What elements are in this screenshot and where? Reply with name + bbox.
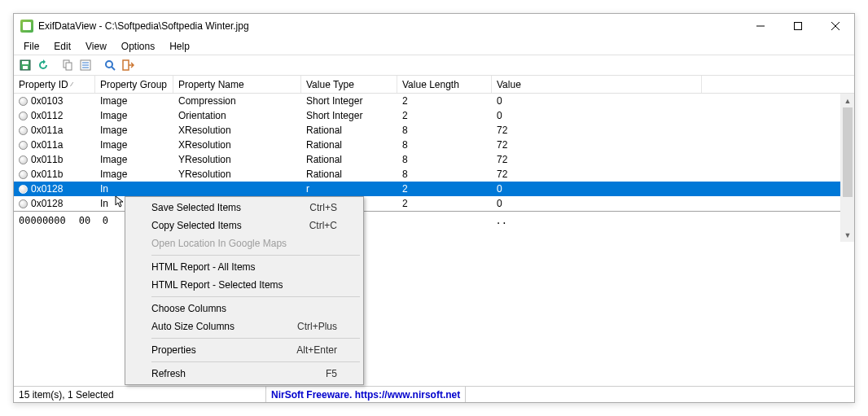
close-button[interactable] (817, 14, 854, 38)
ctx-separator (151, 361, 360, 362)
grid-header: Property ID∕ Property Group Property Nam… (14, 76, 854, 94)
row-icon (19, 112, 28, 120)
ctx-html-selected[interactable]: HTML Report - Selected Items (127, 276, 362, 294)
ctx-auto-size-columns[interactable]: Auto Size ColumnsCtrl+Plus (127, 317, 362, 335)
row-icon (19, 97, 28, 106)
status-link[interactable]: NirSoft Freeware. https://www.nirsoft.ne… (266, 387, 466, 402)
menu-edit[interactable]: Edit (47, 39, 77, 54)
menu-file[interactable]: File (17, 39, 46, 54)
refresh-icon[interactable] (35, 57, 51, 73)
status-count: 15 item(s), 1 Selected (14, 387, 266, 402)
vertical-scrollbar[interactable]: ▲ ▼ (840, 94, 854, 242)
ctx-open-maps: Open Location In Google Maps (127, 234, 362, 252)
titlebar: ExifDataView - C:\Softpedia\Softpedia Wi… (14, 14, 854, 38)
row-icon (19, 155, 28, 164)
properties-icon[interactable] (77, 57, 94, 73)
save-icon[interactable] (17, 57, 33, 73)
row-icon (19, 126, 28, 135)
menu-help[interactable]: Help (163, 39, 196, 54)
copy-icon[interactable] (59, 57, 76, 73)
scroll-up-icon[interactable]: ▲ (841, 94, 854, 107)
row-icon (19, 141, 28, 150)
svg-rect-6 (23, 66, 28, 69)
hex-bytes: 00 0 (79, 215, 108, 347)
ctx-html-all[interactable]: HTML Report - All Items (127, 258, 362, 276)
table-row[interactable]: 0x0128Inr20 (14, 182, 854, 196)
table-row[interactable]: 0x011aImageXResolutionRational872 (14, 138, 854, 152)
col-value[interactable]: Value (492, 76, 702, 93)
sort-indicator-icon: ∕ (72, 81, 72, 88)
col-value-type[interactable]: Value Type (301, 76, 397, 93)
menu-view[interactable]: View (79, 39, 113, 54)
maximize-button[interactable] (779, 14, 817, 38)
window-title: ExifDataView - C:\Softpedia\Softpedia Wi… (38, 20, 249, 32)
table-row[interactable]: 0x011bImageYResolutionRational872 (14, 167, 854, 182)
svg-rect-8 (66, 63, 72, 70)
col-property-group[interactable]: Property Group (95, 76, 173, 93)
ctx-separator (151, 338, 360, 339)
table-row[interactable]: 0x011aImageXResolutionRational872 (14, 123, 854, 138)
hex-ascii: .. (496, 215, 507, 347)
toolbar (14, 55, 854, 76)
app-icon (20, 20, 33, 33)
statusbar: 15 item(s), 1 Selected NirSoft Freeware.… (14, 386, 854, 402)
ctx-separator (151, 255, 360, 256)
ctx-refresh[interactable]: RefreshF5 (127, 365, 362, 383)
svg-rect-5 (22, 61, 28, 64)
find-icon[interactable] (102, 57, 118, 73)
ctx-choose-columns[interactable]: Choose Columns (127, 300, 362, 317)
ctx-save-selected[interactable]: Save Selected ItemsCtrl+S (127, 199, 362, 217)
svg-rect-15 (123, 60, 129, 70)
col-value-length[interactable]: Value Length (397, 76, 492, 93)
row-icon (19, 170, 28, 179)
scroll-down-icon[interactable]: ▼ (841, 228, 854, 242)
context-menu: Save Selected ItemsCtrl+S Copy Selected … (125, 196, 364, 385)
ctx-separator (151, 296, 360, 297)
scrollbar-thumb[interactable] (843, 107, 853, 197)
grid-body[interactable]: 0x0103ImageCompressionShort Integer200x0… (14, 94, 854, 211)
exit-icon[interactable] (120, 57, 136, 73)
ctx-copy-selected[interactable]: Copy Selected ItemsCtrl+C (127, 217, 362, 234)
col-property-id[interactable]: Property ID∕ (14, 76, 95, 93)
svg-line-14 (112, 67, 115, 70)
table-row[interactable]: 0x0103ImageCompressionShort Integer20 (14, 94, 854, 108)
table-row[interactable]: 0x0112ImageOrientationShort Integer20 (14, 108, 854, 123)
menubar: File Edit View Options Help (14, 38, 854, 55)
svg-point-13 (106, 61, 112, 68)
ctx-properties[interactable]: PropertiesAlt+Enter (127, 341, 362, 359)
minimize-button[interactable] (742, 14, 779, 38)
hex-offset: 00000000 (19, 215, 66, 347)
row-icon (19, 199, 28, 208)
col-property-name[interactable]: Property Name (173, 76, 301, 93)
table-row[interactable]: 0x011bImageYResolutionRational872 (14, 152, 854, 167)
menu-options[interactable]: Options (115, 39, 161, 54)
svg-rect-1 (795, 23, 802, 30)
row-icon (19, 185, 28, 194)
